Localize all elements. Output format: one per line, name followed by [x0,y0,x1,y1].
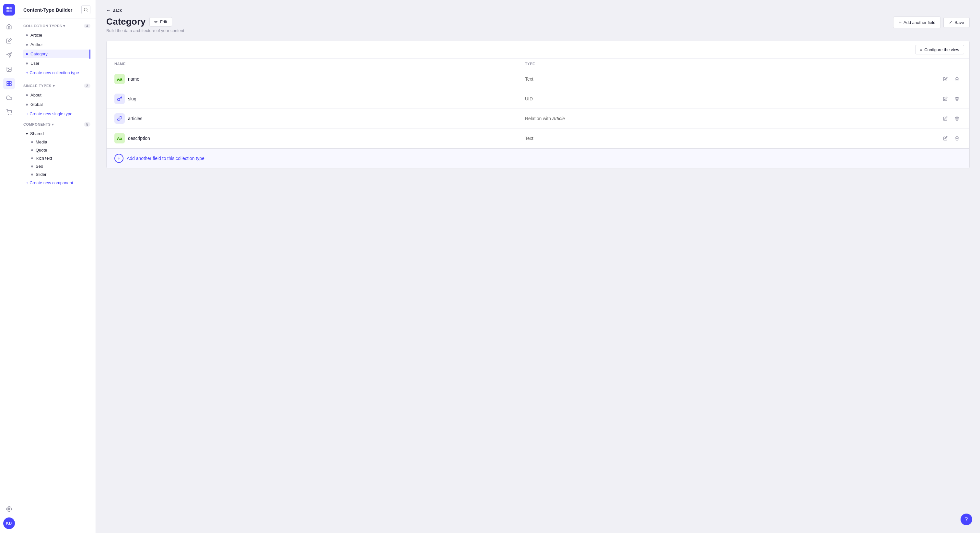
nav-settings-icon[interactable] [3,503,15,515]
single-types-header[interactable]: Single Types ▾ 2 [23,84,91,88]
components-section: Components ▾ 5 ▾ Shared Media Quote Rich… [18,119,95,189]
bullet-icon [31,141,33,143]
table-header: Name Type [107,59,969,69]
user-avatar[interactable]: KD [3,517,15,529]
sidebar-title: Content-Type Builder [23,7,72,13]
configure-view-button[interactable]: ≡ Configure the view [915,45,964,54]
icon-bar: KD [0,0,18,533]
nav-cloud-icon[interactable] [3,92,15,104]
sidebar-item-slider[interactable]: Slider [23,170,91,178]
header-actions: + Add another field ✓ Save [893,16,970,28]
delete-field-button[interactable] [953,114,961,123]
edit-field-button[interactable] [941,114,950,123]
pencil-icon: ✏ [154,19,158,24]
uid-field-icon [115,94,125,104]
collection-types-section: Collection Types ▾ 4 Article Author Cate… [18,19,95,78]
collection-types-badge: 4 [84,24,91,28]
field-name-cell: Aa name [115,74,525,84]
components-list: ▾ Shared Media Quote Rich text Seo Sl [23,129,91,187]
add-field-row-label: Add another field to this collection typ… [127,156,205,161]
row-actions [935,114,961,123]
edit-field-button[interactable] [941,75,950,84]
create-single-type-link[interactable]: + Create new single type [23,109,91,118]
page-title: Category [106,16,145,27]
row-actions [935,75,961,84]
app-logo[interactable] [3,4,15,16]
sidebar-search-button[interactable] [81,5,91,14]
sidebar: Content-Type Builder Collection Types ▾ … [18,0,96,533]
save-button[interactable]: ✓ Save [943,17,970,28]
sidebar-item-user[interactable]: User [23,59,91,68]
sidebar-header: Content-Type Builder [18,0,95,19]
table-row: slug UID [107,89,969,109]
field-name-cell: articles [115,113,525,124]
svg-rect-10 [9,81,11,83]
edit-field-button[interactable] [941,94,950,103]
page-header-title-row: Category ✏ Edit [106,16,185,27]
create-collection-type-link[interactable]: + Create new collection type [23,68,91,77]
fields-table: ≡ Configure the view Name Type Aa name T… [106,41,970,168]
nav-content-type-icon[interactable] [3,78,15,89]
sidebar-item-quote[interactable]: Quote [23,146,91,154]
row-actions [935,134,961,143]
field-name-label: articles [128,116,142,121]
configure-view-bar: ≡ Configure the view [107,41,969,59]
field-name-cell: slug [115,94,525,104]
svg-rect-12 [9,84,11,86]
edit-button[interactable]: ✏ Edit [150,17,172,27]
sidebar-item-category[interactable]: Category [23,49,91,58]
components-shared-group[interactable]: ▾ Shared [23,129,91,138]
sidebar-item-media[interactable]: Media [23,138,91,146]
bullet-icon [31,157,33,159]
svg-point-14 [11,114,11,115]
sidebar-item-about[interactable]: About [23,90,91,99]
bullet-icon [26,34,28,36]
edit-field-button[interactable] [941,134,950,143]
delete-field-button[interactable] [953,94,961,103]
nav-quill-icon[interactable] [3,35,15,47]
delete-field-button[interactable] [953,134,961,143]
svg-point-16 [84,8,87,11]
sidebar-item-article[interactable]: Article [23,31,91,40]
add-field-button[interactable]: + Add another field [893,16,941,28]
svg-rect-1 [10,7,12,10]
svg-rect-11 [7,84,9,86]
table-row: articles Relation with Article [107,109,969,128]
sidebar-item-rich-text[interactable]: Rich text [23,154,91,162]
field-name-label: description [128,136,150,141]
back-arrow-icon: ← [106,8,110,13]
sidebar-item-global[interactable]: Global [23,100,91,109]
main-content: ← Back Category ✏ Edit Build the data ar… [96,0,980,533]
bullet-icon [26,104,28,106]
field-type-label: UID [525,96,935,102]
row-actions [935,94,961,103]
create-component-link[interactable]: + Create new component [23,178,91,187]
bullet-icon [26,62,28,65]
sidebar-item-author[interactable]: Author [23,40,91,49]
help-button-container: ? [961,514,972,525]
page-header-left: Category ✏ Edit Build the data architect… [106,16,185,33]
svg-rect-3 [10,10,12,12]
add-field-circle-icon: + [115,154,124,163]
single-types-section: Single Types ▾ 2 About Global + Create n… [18,78,95,119]
back-link[interactable]: ← Back [106,8,122,13]
add-field-row[interactable]: + Add another field to this collection t… [107,148,969,168]
nav-media-icon[interactable] [3,63,15,75]
components-label: Components ▾ [23,122,54,127]
lines-icon: ≡ [920,47,923,52]
table-row: Aa name Text [107,69,969,89]
field-name-label: slug [128,96,137,102]
nav-send-icon[interactable] [3,49,15,61]
components-header[interactable]: Components ▾ 5 [23,122,91,127]
nav-shopping-icon[interactable] [3,106,15,118]
nav-home-icon[interactable] [3,21,15,32]
sidebar-item-seo[interactable]: Seo [23,162,91,170]
svg-point-8 [8,68,8,69]
help-button[interactable]: ? [961,514,972,525]
single-types-badge: 2 [84,84,91,88]
collection-types-list: Article Author Category User + Create ne… [23,31,91,77]
bullet-icon [31,149,33,151]
delete-field-button[interactable] [953,75,961,84]
bullet-icon [31,165,33,167]
collection-types-header[interactable]: Collection Types ▾ 4 [23,24,91,28]
